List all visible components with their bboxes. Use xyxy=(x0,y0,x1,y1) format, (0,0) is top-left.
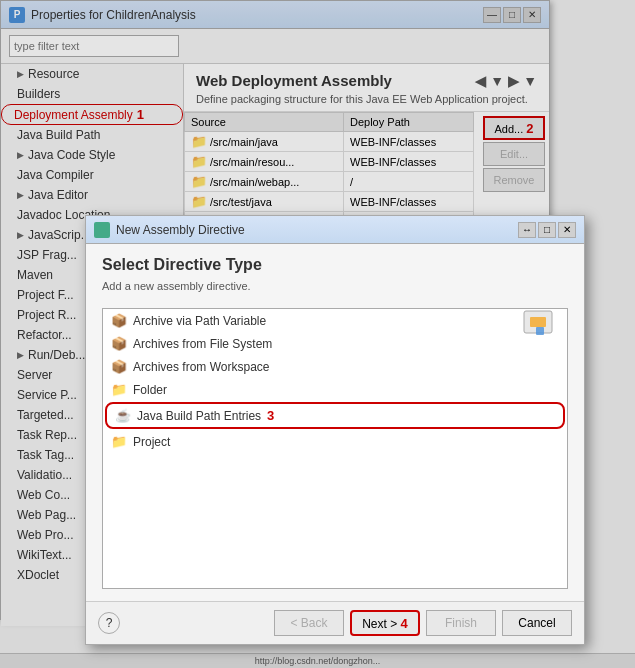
modal-body: Select Directive Type Add a new assembly… xyxy=(86,244,584,601)
modal-section-desc: Add a new assembly directive. xyxy=(102,280,568,292)
finish-button[interactable]: Finish xyxy=(426,610,496,636)
directive-icon xyxy=(516,299,564,347)
folder-icon: 📁 xyxy=(111,434,127,449)
directive-folder[interactable]: 📁 Folder xyxy=(103,378,567,401)
annotation-3: 3 xyxy=(267,408,274,423)
svg-rect-1 xyxy=(530,317,546,327)
finish-label: Finish xyxy=(445,616,477,630)
directive-archives-workspace[interactable]: 📦 Archives from Workspace xyxy=(103,355,567,378)
directive-java-build-path-entries[interactable]: ☕ Java Build Path Entries 3 xyxy=(105,402,565,429)
directive-label: Folder xyxy=(133,383,167,397)
help-button[interactable]: ? xyxy=(98,612,120,634)
directive-label: Archives from Workspace xyxy=(133,360,269,374)
directive-project[interactable]: 📁 Project xyxy=(103,430,567,453)
back-label: < Back xyxy=(290,616,327,630)
cancel-label: Cancel xyxy=(518,616,555,630)
directive-label: Archives from File System xyxy=(133,337,272,351)
modal-maximize-btn[interactable]: □ xyxy=(538,222,556,238)
modal-section-title: Select Directive Type xyxy=(102,256,568,274)
modal-app-icon xyxy=(94,222,110,238)
directive-label: Java Build Path Entries xyxy=(137,409,261,423)
modal-title: New Assembly Directive xyxy=(116,223,512,237)
folder-icon: 📁 xyxy=(111,382,127,397)
next-button[interactable]: Next > 4 xyxy=(350,610,420,636)
java-build-icon: ☕ xyxy=(115,408,131,423)
cancel-button[interactable]: Cancel xyxy=(502,610,572,636)
svg-rect-2 xyxy=(536,327,544,335)
modal-window: New Assembly Directive ↔ □ ✕ Select Dire… xyxy=(85,215,585,645)
directive-archive-path-var[interactable]: 📦 Archive via Path Variable xyxy=(103,309,567,332)
directive-list: 📦 Archive via Path Variable 📦 Archives f… xyxy=(102,308,568,589)
annotation-4: 4 xyxy=(401,616,408,631)
back-button[interactable]: < Back xyxy=(274,610,344,636)
archive-icon: 📦 xyxy=(111,313,127,328)
modal-footer: ? < Back Next > 4 Finish Cancel xyxy=(86,601,584,644)
archive-icon: 📦 xyxy=(111,359,127,374)
modal-close-btn[interactable]: ✕ xyxy=(558,222,576,238)
next-label: Next > xyxy=(362,617,397,631)
archive-icon: 📦 xyxy=(111,336,127,351)
modal-controls: ↔ □ ✕ xyxy=(518,222,576,238)
directive-label: Project xyxy=(133,435,170,449)
directive-label: Archive via Path Variable xyxy=(133,314,266,328)
directive-archives-file-system[interactable]: 📦 Archives from File System xyxy=(103,332,567,355)
modal-expand-btn[interactable]: ↔ xyxy=(518,222,536,238)
modal-titlebar: New Assembly Directive ↔ □ ✕ xyxy=(86,216,584,244)
modal-icon-area xyxy=(516,299,564,350)
